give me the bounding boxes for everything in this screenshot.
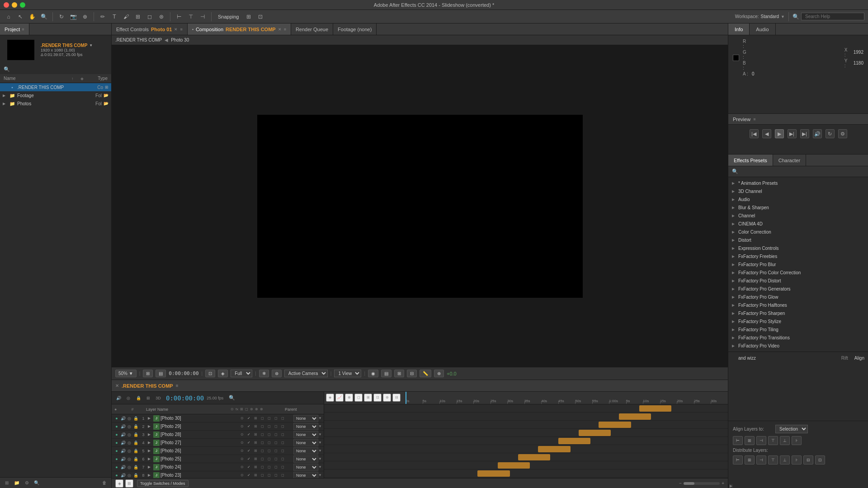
tl-3d-btn[interactable]: 3D: [154, 394, 162, 402]
align-right-btn[interactable]: ⊣: [756, 436, 766, 445]
sw-2-7[interactable]: ◻: [280, 424, 285, 429]
tl-render-btn[interactable]: ◻: [354, 394, 363, 402]
toolbar-brush[interactable]: 🖌: [121, 12, 131, 22]
layer-parent-5[interactable]: None: [293, 447, 318, 455]
sw-1-6[interactable]: ◻: [273, 416, 278, 421]
sw-7-5[interactable]: ◻: [266, 465, 272, 470]
layer-parent-2[interactable]: None: [293, 423, 318, 430]
layer-solo-5[interactable]: ◎: [126, 449, 132, 453]
effects-item-blur[interactable]: ▶ Blur & Sharpen: [728, 203, 868, 211]
tl-comp-btn[interactable]: ⊛: [383, 394, 391, 402]
tl-layer-7[interactable]: ● 🔊 ◎ 🔒 7 ▶ J [Photo 24] ⊙ ✓ ⊞: [112, 463, 324, 471]
tl-layer-6[interactable]: ● 🔊 ◎ 🔒 6 ▶ J [Photo 25] ⊙ ✓ ⊞: [112, 455, 324, 463]
tl-bar-8[interactable]: [498, 462, 530, 469]
layer-audio-6[interactable]: 🔊: [120, 457, 126, 461]
layer-expand-7[interactable]: ▶: [148, 465, 152, 469]
layer-audio-4[interactable]: 🔊: [120, 441, 126, 445]
layer-expand-1[interactable]: ▶: [148, 416, 152, 420]
dist-extra-2[interactable]: ⊡: [815, 455, 825, 465]
align-center-v-btn[interactable]: ⊥: [780, 436, 790, 445]
effects-item-channel[interactable]: ▶ Channel: [728, 211, 868, 220]
sw-6-5[interactable]: ◻: [266, 456, 272, 462]
tab-composition[interactable]: ▪ Composition RENDER THIS COMP ✕ ≡: [188, 23, 291, 35]
layer-solo-2[interactable]: ◎: [126, 424, 132, 429]
sw-5-2[interactable]: ✓: [246, 448, 251, 454]
layer-parent-8[interactable]: None: [293, 472, 318, 479]
effects-search-input[interactable]: [740, 169, 864, 174]
sw-7-4[interactable]: ◻: [259, 465, 265, 470]
toolbar-zoom[interactable]: 🔍: [39, 12, 49, 22]
sw-6-7[interactable]: ◻: [280, 456, 285, 462]
right-panel-collapse[interactable]: ▶: [728, 484, 733, 488]
effects-item-cinema4d[interactable]: ▶ CINEMA 4D: [728, 220, 868, 228]
sw-5-4[interactable]: ◻: [259, 448, 265, 454]
tl-cache-btn[interactable]: ⊡: [373, 394, 382, 402]
toolbar-clone[interactable]: ⊞: [133, 12, 143, 22]
tl-layer-4[interactable]: ● 🔊 ◎ 🔒 4 ▶ J [Photo 27] ⊙ ✓ ⊞: [112, 439, 324, 447]
layer-vis-3[interactable]: ●: [113, 432, 120, 437]
layer-parent-4[interactable]: None: [293, 439, 318, 446]
sw-1-7[interactable]: ◻: [280, 416, 285, 421]
effects-item-color-correction[interactable]: ▶ Color Correction: [728, 228, 868, 236]
sw-4-2[interactable]: ✓: [246, 440, 251, 446]
dist-bottom-btn[interactable]: ⊦: [792, 455, 802, 465]
sw-8-7[interactable]: ◻: [280, 473, 285, 478]
layer-vis-5[interactable]: ●: [113, 449, 120, 453]
tl-layer-3[interactable]: ● 🔊 ◎ 🔒 3 ▶ J [Photo 28] ⊙ ✓ ⊞: [112, 431, 324, 439]
effects-item-fxdistort[interactable]: ▶ FxFactory Pro Distort: [728, 277, 868, 285]
zoom-btn[interactable]: 50% ▼: [115, 370, 137, 377]
layer-solo-1[interactable]: ◎: [126, 416, 132, 421]
toolbar-rotate[interactable]: ↻: [57, 12, 66, 22]
tl-playhead[interactable]: [406, 392, 406, 404]
effects-item-fxvideo[interactable]: ▶ FxFactory Pro Video: [728, 342, 868, 350]
sw-5-3[interactable]: ⊞: [253, 448, 258, 454]
sw-6-4[interactable]: ◻: [259, 456, 265, 462]
layer-lock-6[interactable]: 🔒: [132, 457, 139, 461]
align-left-btn[interactable]: ⊢: [733, 436, 743, 445]
tl-bar-4[interactable]: [579, 430, 611, 436]
sw-2-2[interactable]: ✓: [246, 424, 251, 429]
sw-6-3[interactable]: ⊞: [253, 456, 258, 462]
layer-lock-1[interactable]: 🔒: [132, 416, 139, 421]
tab-effects-presets[interactable]: Effects Presets: [728, 155, 773, 166]
grid-btn[interactable]: ⊞: [143, 370, 153, 377]
toolbar-home[interactable]: ⌂: [4, 12, 14, 22]
preview-go-start[interactable]: |◀: [750, 129, 759, 138]
tl-bar-5[interactable]: [558, 438, 590, 444]
sw-2-1[interactable]: ⊙: [239, 424, 245, 429]
sw-1-1[interactable]: ⊙: [239, 416, 245, 421]
tl-layer-2[interactable]: ● 🔊 ◎ 🔒 2 ▶ J [Photo 29] ⊙ ✓ ⊞: [112, 422, 324, 431]
parent-arrow-6[interactable]: ▼: [318, 457, 322, 461]
sw-2-3[interactable]: ⊞: [253, 424, 258, 429]
layer-parent-3[interactable]: None: [293, 431, 318, 438]
sw-4-1[interactable]: ⊙: [239, 440, 245, 446]
tl-graph-btn[interactable]: 📈: [335, 394, 344, 402]
layer-solo-8[interactable]: ◎: [126, 473, 132, 478]
tl-draft-btn[interactable]: ⊞: [364, 394, 372, 402]
toolbar-align-h[interactable]: ⊢: [174, 12, 184, 22]
new-item-btn[interactable]: ⊞: [3, 479, 11, 487]
snapping-toggle[interactable]: ⊞: [244, 12, 254, 22]
layer-audio-3[interactable]: 🔊: [120, 432, 126, 437]
tl-guide-btn[interactable]: ⊞: [144, 394, 152, 402]
layer-vis-7[interactable]: ●: [113, 465, 120, 469]
sw-7-7[interactable]: ◻: [280, 465, 285, 470]
effect-tab-menu[interactable]: ≡: [180, 27, 182, 32]
sw-6-6[interactable]: ◻: [273, 456, 278, 462]
layer-audio-8[interactable]: 🔊: [120, 473, 126, 478]
pixel-aspect-btn[interactable]: ▤: [381, 370, 392, 377]
preview-step-back[interactable]: ◀: [762, 129, 771, 138]
effects-item-animation[interactable]: ▶ * Animation Presets: [728, 179, 868, 187]
sw-3-2[interactable]: ✓: [246, 432, 251, 437]
sw-2-4[interactable]: ◻: [259, 424, 265, 429]
effects-item-3d[interactable]: ▶ 3D Channel: [728, 187, 868, 195]
comp-dropdown-arrow[interactable]: ▼: [89, 43, 93, 47]
tl-keyframe-btn[interactable]: ◈: [326, 394, 334, 402]
resolution-select[interactable]: Full Half: [231, 370, 252, 377]
layer-parent-7[interactable]: None: [293, 464, 318, 471]
layer-expand-5[interactable]: ▶: [148, 449, 152, 453]
sw-7-3[interactable]: ⊞: [253, 465, 258, 470]
timeline-close-btn[interactable]: ✕: [115, 383, 119, 388]
preview-loop[interactable]: ↻: [826, 129, 835, 138]
layer-vis-6[interactable]: ●: [113, 457, 120, 461]
